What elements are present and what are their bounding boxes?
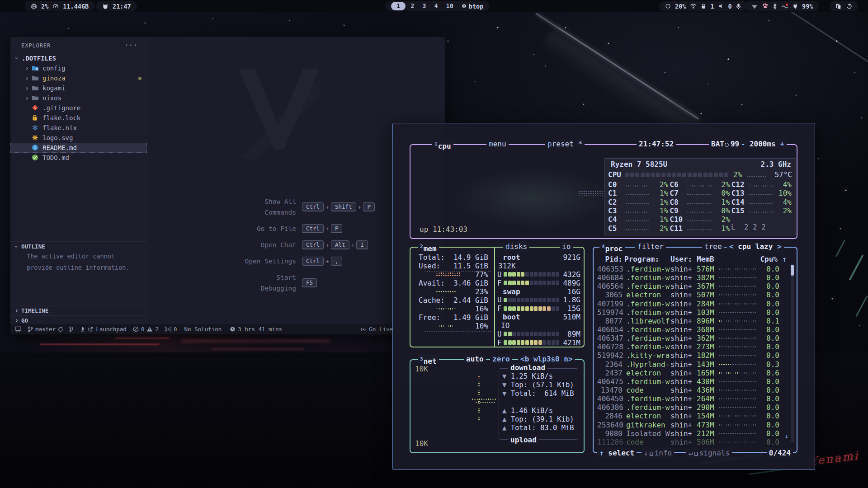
process-row-8077[interactable]: 8077.librewolfshin+896M0.1	[597, 317, 787, 325]
file-row-.gitignore[interactable]: .gitignore	[10, 103, 147, 113]
proc-signals-hint[interactable]: ↵signals	[686, 448, 732, 458]
clock-widget[interactable]: 21:47	[96, 1, 137, 11]
process-row-111286[interactable]: 111286codeshin+506M0.0	[597, 438, 787, 446]
status-widget[interactable]: 20% 1 0	[659, 1, 747, 11]
disk-gauge-label: U	[497, 330, 504, 338]
process-row-406347[interactable]: 406347.ferdium-wshin+362M0.0	[597, 334, 787, 343]
file-row-logo.svg[interactable]: logo.svg	[10, 133, 147, 143]
proc-scrollbar-thumb[interactable]	[791, 265, 794, 276]
disk-sub-label: 312K	[498, 262, 516, 270]
tray-widget[interactable]: 99%	[745, 1, 819, 11]
core-row-C6: C62%	[670, 180, 730, 189]
remote-window-button[interactable]	[15, 326, 21, 332]
file-name: README.md	[42, 144, 77, 151]
process-row-2846[interactable]: 2846electronshin+154M0.0	[597, 412, 787, 420]
git-branch-indicator[interactable]: master	[28, 326, 63, 333]
scroll-down-arrow[interactable]: ↓	[785, 432, 788, 440]
clipboard-icon[interactable]	[835, 3, 841, 9]
tree-root-item[interactable]: .DOTFILES	[10, 53, 147, 63]
process-cpu-meter	[718, 372, 757, 374]
special-workspace-label[interactable]: btop	[469, 3, 484, 10]
process-row-407199[interactable]: 407199.ferdium-wshin+284M0.0	[597, 300, 787, 308]
process-row-3065[interactable]: 3065electronshin+507M0.0	[597, 291, 787, 299]
net-stat-row: ▲ Total: 83.0 MiB	[499, 424, 578, 432]
tree-button[interactable]: tree	[702, 242, 724, 252]
proc-col-header[interactable]: Pid:	[597, 255, 624, 263]
file-row-kogami[interactable]: kogami	[10, 83, 147, 93]
core-meter	[749, 185, 773, 187]
proc-col-header[interactable]	[718, 255, 760, 263]
ports-indicator[interactable]: 0	[165, 326, 177, 333]
workspace-button-1[interactable]: 1	[391, 2, 406, 10]
solution-indicator[interactable]: No Solution	[184, 326, 222, 333]
filter-button[interactable]: filter	[635, 242, 666, 252]
file-row-config[interactable]: config	[10, 63, 147, 73]
process-row-406386[interactable]: 406386.ferdium-wshin+290M0.0	[597, 403, 787, 412]
process-row-406450[interactable]: 406450.ferdium-wshin+264M0.0	[597, 394, 787, 403]
process-row-2364[interactable]: 2364.Hyprland-shin+143M0.3	[597, 360, 787, 369]
process-name: .ferdium-w	[624, 265, 670, 273]
core-usage: 0%	[714, 189, 730, 197]
outline-section-header[interactable]: OUTLINE	[10, 241, 147, 251]
workspace-button-10[interactable]: 10	[443, 2, 457, 10]
proc-scrollbar-track[interactable]	[791, 264, 794, 442]
btop-net-panel: 3net auto zero <b wlp3s0 n> 10K 10K down…	[410, 359, 585, 453]
process-row-406728[interactable]: 406728.ferdium-wshin+273M0.0	[597, 343, 787, 351]
launchpad-button[interactable]: Launchpad	[80, 326, 127, 333]
update-interval-control[interactable]: - 2000ms +	[739, 139, 787, 149]
git-graph-button[interactable]	[69, 326, 75, 332]
power-icon[interactable]	[846, 3, 852, 9]
cpu-temperature: 57°C	[774, 170, 792, 179]
workspace-button-3[interactable]: 3	[419, 2, 429, 10]
disks-tab[interactable]: disks	[503, 242, 529, 252]
sort-selector[interactable]: < cpu lazy >	[727, 242, 784, 252]
workspace-button-4[interactable]: 4	[431, 2, 441, 10]
system-stats-widget[interactable]: 2% 11.44GB	[25, 1, 94, 11]
proc-col-header[interactable]: MemB	[697, 255, 718, 263]
process-user: shin+	[670, 351, 697, 360]
disk-size: 921G	[563, 253, 581, 262]
proc-col-header[interactable]: Cpu%	[760, 255, 779, 263]
process-mem: 103M	[697, 308, 718, 317]
timeline-section-header[interactable]: TIMELINE	[10, 305, 147, 315]
worktime-indicator[interactable]: 3 hrs 41 mins	[230, 326, 282, 333]
menu-button[interactable]: menu	[486, 139, 509, 149]
file-row-flake.lock[interactable]: flake.lock	[10, 113, 147, 123]
chevron-right-icon	[25, 86, 28, 89]
download-stats: ▼ 1.25 KiB/s▼ Top: (57.1 Kib)▼ Total: 61…	[499, 369, 578, 398]
file-row-ginoza[interactable]: ginoza	[10, 73, 147, 83]
key-Ctrl: Ctrl	[302, 257, 324, 266]
process-cpu-meter	[718, 346, 757, 348]
process-row-519974[interactable]: 519974.ferdium-wshin+103M0.0	[597, 308, 787, 317]
file-row-nixos[interactable]: nixos	[10, 93, 147, 103]
proc-info-hint[interactable]: ↓info	[642, 448, 674, 458]
folder-config-icon	[32, 65, 39, 72]
process-row-2437[interactable]: 2437electronshin+165M0.6	[597, 369, 787, 377]
file-row-flake.nix[interactable]: flake.nix	[10, 123, 147, 133]
io-tab[interactable]: io	[560, 242, 573, 252]
process-row-519942[interactable]: 519942.kitty-wrashin+182M0.0	[597, 351, 787, 360]
process-row-406654[interactable]: 406654.ferdium-wshin+368M0.0	[597, 325, 787, 334]
file-row-TODO.md[interactable]: TODO.md	[10, 153, 147, 163]
proc-col-header[interactable]: Program:	[624, 255, 670, 263]
process-row-13470[interactable]: 13470codeshin+436M0.0	[597, 386, 787, 394]
process-row-9080[interactable]: 9080Isolated Wshin+212M0.0	[597, 429, 787, 438]
process-row-406564[interactable]: 406564.ferdium-wshin+367M0.0	[597, 282, 787, 291]
upload-label: upload	[508, 435, 539, 445]
file-row-README.md[interactable]: README.md	[10, 143, 147, 153]
preset-button[interactable]: preset *	[545, 139, 585, 149]
workspace-button-2[interactable]: 2	[407, 2, 417, 10]
process-row-406684[interactable]: 406684.ferdium-wshin+382M0.0	[597, 273, 787, 282]
proc-col-header[interactable]: User:	[670, 255, 697, 263]
problems-indicator[interactable]: 0 2	[133, 326, 159, 333]
explorer-more-button[interactable]: ···	[124, 41, 138, 49]
process-row-406353[interactable]: 406353.ferdium-wshin+576M0.0	[597, 265, 787, 273]
go-live-button[interactable]: Go Live	[360, 326, 393, 333]
net-auto-button[interactable]: auto	[464, 354, 486, 364]
core-meter	[687, 229, 711, 231]
process-cpu: 0.0	[760, 343, 779, 351]
process-row-406475[interactable]: 406475.ferdium-wshin+430M0.0	[597, 377, 787, 386]
process-row-253640[interactable]: 253640gitkrakenshin+473M0.0	[597, 421, 787, 429]
sort-direction-indicator[interactable]: ↑	[779, 255, 787, 263]
cpu-block	[698, 173, 702, 177]
